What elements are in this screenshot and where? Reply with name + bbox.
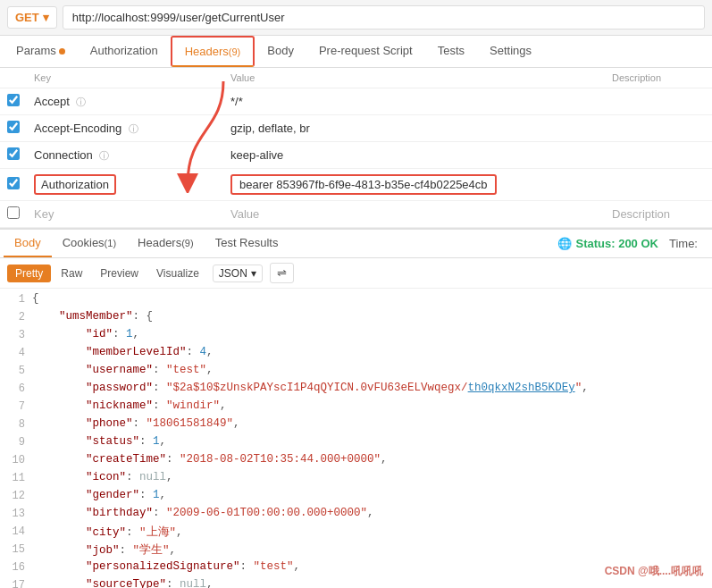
row-checkbox[interactable] (0, 115, 27, 142)
method-select[interactable]: GET ▾ (7, 6, 57, 29)
json-line: 5 "username": "test", (0, 364, 712, 382)
row-value: gzip, deflate, br (223, 115, 605, 142)
row-desc (605, 115, 712, 142)
response-tab-cookies[interactable]: Cookies(1) (52, 230, 127, 257)
row-value-empty[interactable]: Value (223, 201, 605, 228)
row-desc (605, 142, 712, 169)
tab-pre-request[interactable]: Pre-request Script (306, 37, 425, 66)
url-input[interactable] (63, 5, 705, 29)
json-line: 13 "birthday": "2009-06-01T00:00:00.000+… (0, 507, 712, 525)
pretty-button[interactable]: Pretty (7, 265, 51, 282)
json-line: 15 "job": "学生", (0, 542, 712, 560)
json-line: 3 "id": 1, (0, 328, 712, 346)
method-label: GET (15, 11, 39, 24)
col-checkbox (0, 68, 27, 88)
json-line: 11 "icon": null, (0, 471, 712, 489)
info-icon: ⓘ (129, 123, 138, 134)
json-line: 7 "nickname": "windir", (0, 399, 712, 417)
response-tab-headers[interactable]: Headers(9) (127, 230, 205, 257)
table-row-authorization: Authorization bearer 853967fb-6f9e-4813-… (0, 169, 712, 201)
tab-params[interactable]: Params (4, 37, 78, 66)
row-key-authorization: Authorization (27, 169, 223, 201)
headers-table: Key Value Description Accept ⓘ */* (0, 68, 712, 228)
tab-authorization[interactable]: Authorization (78, 37, 171, 66)
table-row-empty: Key Value Description (0, 201, 712, 228)
row-checkbox[interactable] (0, 88, 27, 115)
method-chevron: ▾ (43, 11, 49, 24)
row-key: Accept-Encoding ⓘ (27, 115, 223, 142)
row-key: Accept ⓘ (27, 88, 223, 115)
row-value: keep-alive (223, 142, 605, 169)
json-line: 1 { (0, 292, 712, 310)
format-bar: Pretty Raw Preview Visualize JSON ▾ ⇌ (0, 258, 712, 289)
json-line: 17 "sourceType": null, (0, 578, 712, 588)
row-value-authorization: bearer 853967fb-6f9e-4813-b35e-cf4b0225e… (223, 169, 605, 201)
info-icon: ⓘ (99, 150, 109, 161)
row-key-empty[interactable]: Key (27, 201, 223, 228)
table-row: Accept-Encoding ⓘ gzip, deflate, br (0, 115, 712, 142)
globe-icon: 🌐 (557, 237, 572, 250)
chevron-down-icon: ▾ (251, 267, 256, 280)
table-row: Accept ⓘ */* (0, 88, 712, 115)
response-tab-test-results[interactable]: Test Results (205, 230, 289, 257)
json-line: 8 "phone": "18061581849", (0, 417, 712, 435)
checkbox-empty[interactable] (7, 206, 20, 219)
json-line: 10 "createTime": "2018-08-02T10:35:44.00… (0, 453, 712, 471)
row-desc-empty: Description (605, 201, 712, 228)
tab-headers[interactable]: Headers(9) (171, 36, 255, 67)
wrap-button[interactable]: ⇌ (270, 263, 294, 283)
col-key: Key (27, 68, 223, 88)
preview-button[interactable]: Preview (92, 265, 147, 282)
checkbox-accept-encoding[interactable] (7, 121, 20, 133)
response-tab-bar: Body Cookies(1) Headers(9) Test Results … (0, 228, 712, 258)
raw-button[interactable]: Raw (53, 265, 90, 282)
col-value: Value (223, 68, 605, 88)
response-tab-body[interactable]: Body (4, 230, 52, 257)
row-desc (605, 88, 712, 115)
table-row: Connection ⓘ keep-alive (0, 142, 712, 169)
json-line: 9 "status": 1, (0, 435, 712, 453)
response-status: 🌐 Status: 200 OK Time: (547, 237, 708, 250)
row-checkbox-empty[interactable] (0, 201, 27, 228)
format-select[interactable]: JSON ▾ (213, 265, 263, 282)
url-bar: GET ▾ (0, 0, 712, 36)
json-line: 14 "city": "上海", (0, 525, 712, 542)
row-checkbox[interactable] (0, 142, 27, 169)
visualize-button[interactable]: Visualize (148, 265, 207, 282)
info-icon: ⓘ (76, 97, 86, 107)
json-line: 6 "password": "$2a$10$zUnskPAYscI1P4qQYI… (0, 382, 712, 399)
json-line: 12 "gender": 1, (0, 489, 712, 507)
json-line: 2 "umsMember": { (0, 310, 712, 328)
tab-settings[interactable]: Settings (477, 37, 544, 66)
params-dot (59, 48, 65, 55)
watermark: CSDN @哦....吼吼吼 (605, 564, 703, 579)
row-value: */* (223, 88, 605, 115)
headers-section: Key Value Description Accept ⓘ */* (0, 68, 712, 228)
checkbox-connection[interactable] (7, 147, 20, 160)
row-desc (605, 169, 712, 201)
row-checkbox[interactable] (0, 169, 27, 201)
checkbox-accept[interactable] (7, 94, 20, 106)
checkbox-authorization[interactable] (7, 177, 20, 189)
json-viewer: 1 { 2 "umsMember": { 3 "id": 1, 4 "membe… (0, 289, 712, 588)
tab-tests[interactable]: Tests (425, 37, 477, 66)
json-line: 4 "memberLevelId": 4, (0, 346, 712, 364)
col-desc: Description (605, 68, 712, 88)
request-tab-bar: Params Authorization Headers(9) Body Pre… (0, 36, 712, 68)
tab-body[interactable]: Body (255, 37, 306, 66)
row-key: Connection ⓘ (27, 142, 223, 169)
